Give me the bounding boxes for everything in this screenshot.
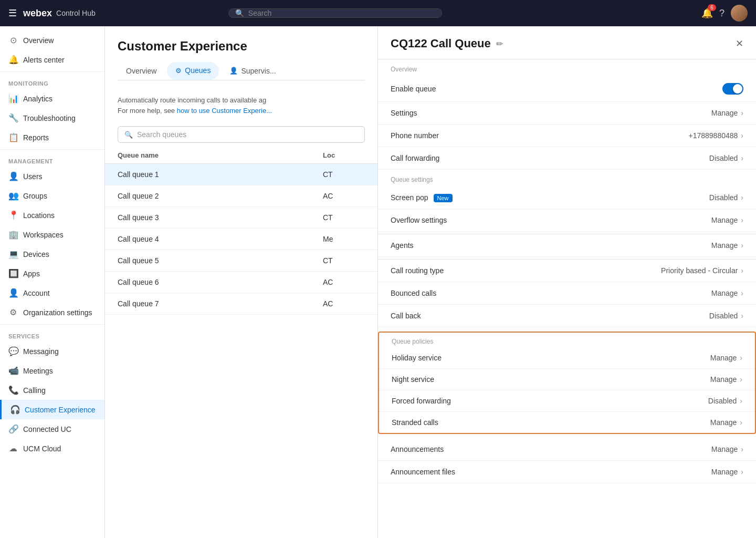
description-help-text: For more help, see: [118, 107, 177, 115]
sidebar-item-org-settings[interactable]: ⚙ Organization settings: [0, 303, 104, 322]
nav-right: 🔔 6 ?: [701, 5, 748, 22]
tab-label: Overview: [126, 67, 156, 75]
detail-row-forced-forwarding[interactable]: Forced forwarding Disabled ›: [379, 390, 755, 412]
table-row[interactable]: Call queue 3 CT: [105, 207, 377, 229]
sidebar-divider: [0, 71, 104, 72]
sidebar-item-reports[interactable]: 📋 Reports: [0, 128, 104, 147]
sidebar-item-troubleshooting[interactable]: 🔧 Troubleshooting: [0, 108, 104, 128]
tab-overview[interactable]: Overview: [118, 62, 165, 80]
col-location: Loc: [323, 151, 365, 159]
table-row[interactable]: Call queue 5 CT: [105, 250, 377, 272]
sidebar-item-calling[interactable]: 📞 Calling: [0, 380, 104, 400]
sidebar-item-overview[interactable]: ⊙ Overview: [0, 30, 104, 50]
sidebar-item-users[interactable]: 👤 Users: [0, 167, 104, 186]
table-row[interactable]: Call queue 6 AC: [105, 272, 377, 293]
table-row[interactable]: Call queue 4 Me: [105, 229, 377, 250]
detail-row-phone-number[interactable]: Phone number +17889880488 ›: [378, 125, 756, 147]
sidebar-item-label: Devices: [23, 250, 49, 258]
phone-number-value: +17889880488: [689, 131, 738, 140]
detail-row-settings[interactable]: Settings Manage ›: [378, 102, 756, 125]
tab-queues[interactable]: ⚙ Queues: [167, 62, 219, 80]
detail-row-call-forwarding[interactable]: Call forwarding Disabled ›: [378, 147, 756, 170]
sidebar-item-label: Meetings: [23, 367, 53, 375]
enable-queue-toggle[interactable]: ✓: [722, 83, 743, 95]
call-routing-type-chevron-icon: ›: [741, 266, 743, 275]
users-icon: 👤: [8, 171, 18, 181]
tab-supervisors[interactable]: 👤 Supervis...: [221, 62, 284, 80]
sidebar-item-locations[interactable]: 📍 Locations: [0, 205, 104, 225]
call-routing-type-value: Priority based - Circular: [661, 266, 738, 275]
detail-row-call-back[interactable]: Call back Disabled ›: [378, 305, 756, 327]
notification-bell-icon[interactable]: 🔔 6: [701, 7, 713, 19]
table-row[interactable]: Call queue 2 AC: [105, 185, 377, 207]
panel-description: Automatically route incoming calls to av…: [105, 89, 377, 122]
reports-icon: 📋: [8, 132, 18, 142]
tab-label: Supervis...: [241, 67, 276, 75]
detail-row-overflow-settings[interactable]: Overflow settings Manage ›: [378, 209, 756, 232]
detail-row-bounced-calls[interactable]: Bounced calls Manage ›: [378, 282, 756, 305]
panel-header: Customer Experience Overview ⚙ Queues 👤 …: [105, 26, 377, 89]
close-icon[interactable]: ✕: [736, 38, 743, 49]
search-queues-input-wrapper[interactable]: 🔍: [118, 126, 365, 143]
search-queues-input[interactable]: [137, 130, 358, 139]
table-row[interactable]: Call queue 1 CT: [105, 164, 377, 185]
alerts-icon: 🔔: [8, 55, 18, 65]
queue-name-cell: Call queue 4: [118, 235, 323, 243]
hamburger-icon[interactable]: ☰: [8, 7, 17, 19]
global-search[interactable]: 🔍: [228, 8, 442, 18]
user-avatar[interactable]: [731, 5, 748, 22]
analytics-icon: 📊: [8, 94, 18, 104]
troubleshooting-icon: 🔧: [8, 113, 18, 123]
tab-label: Queues: [185, 66, 211, 75]
table-row[interactable]: Call queue 7 AC: [105, 293, 377, 315]
queue-location-cell: AC: [323, 192, 365, 200]
sidebar-item-alerts-center[interactable]: 🔔 Alerts center: [0, 50, 104, 69]
call-back-label: Call back: [391, 312, 709, 320]
search-queues-icon: 🔍: [124, 131, 133, 139]
sidebar-item-groups[interactable]: 👥 Groups: [0, 186, 104, 205]
left-panel: Customer Experience Overview ⚙ Queues 👤 …: [105, 26, 378, 538]
announcement-files-value: Manage: [711, 468, 738, 476]
detail-row-announcements[interactable]: Announcements Manage ›: [378, 438, 756, 461]
account-icon: 👤: [8, 288, 18, 298]
overflow-settings-value: Manage: [711, 216, 738, 224]
queues-tab-icon: ⚙: [175, 67, 182, 75]
logo-area: webex Control Hub: [23, 8, 96, 19]
sidebar-item-connected-uc[interactable]: 🔗 Connected UC: [0, 419, 104, 439]
queue-name-cell: Call queue 2: [118, 192, 323, 200]
detail-row-night-service[interactable]: Night service Manage ›: [379, 369, 755, 390]
detail-row-stranded-calls[interactable]: Stranded calls Manage ›: [379, 412, 755, 433]
sidebar-item-label: Customer Experience: [25, 406, 96, 414]
detail-row-agents[interactable]: Agents Manage ›: [378, 234, 756, 257]
sidebar-item-ucm-cloud[interactable]: ☁ UCM Cloud: [0, 439, 104, 458]
sidebar-item-devices[interactable]: 💻 Devices: [0, 244, 104, 264]
detail-row-holiday-service[interactable]: Holiday service Manage ›: [379, 347, 755, 369]
sidebar-item-label: Alerts center: [23, 56, 65, 64]
detail-row-announcement-files[interactable]: Announcement files Manage ›: [378, 461, 756, 483]
bounced-calls-value: Manage: [711, 289, 738, 297]
sidebar-item-account[interactable]: 👤 Account: [0, 283, 104, 303]
monitoring-section-label: MONITORING: [0, 74, 104, 89]
sidebar-item-label: Messaging: [23, 347, 59, 356]
sidebar-item-customer-experience[interactable]: 🎧 Customer Experience: [0, 400, 104, 419]
edit-icon[interactable]: ✏: [496, 39, 503, 49]
detail-row-call-routing-type[interactable]: Call routing type Priority based - Circu…: [378, 259, 756, 282]
panel-title: Customer Experience: [118, 39, 365, 54]
detail-row-screen-pop[interactable]: Screen pop New Disabled ›: [378, 187, 756, 209]
queue-table-header: Queue name Loc: [105, 147, 377, 164]
detail-header: CQ122 Call Queue ✏ ✕: [378, 26, 756, 59]
queue-name-cell: Call queue 5: [118, 256, 323, 265]
sidebar-item-label: Overview: [23, 36, 54, 45]
holiday-service-label: Holiday service: [392, 354, 710, 362]
description-link[interactable]: how to use Customer Experie...: [177, 107, 272, 115]
sidebar-item-apps[interactable]: 🔲 Apps: [0, 264, 104, 283]
sidebar-item-workspaces[interactable]: 🏢 Workspaces: [0, 225, 104, 244]
calling-icon: 📞: [8, 385, 18, 395]
sidebar-item-analytics[interactable]: 📊 Analytics: [0, 89, 104, 108]
search-input[interactable]: [248, 9, 435, 17]
sidebar-item-messaging[interactable]: 💬 Messaging: [0, 342, 104, 361]
help-icon[interactable]: ?: [719, 8, 724, 19]
sidebar-item-meetings[interactable]: 📹 Meetings: [0, 361, 104, 380]
detail-row-enable-queue: Enable queue ✓: [378, 76, 756, 102]
detail-content: Overview Enable queue ✓ Settings Manage …: [378, 59, 756, 538]
